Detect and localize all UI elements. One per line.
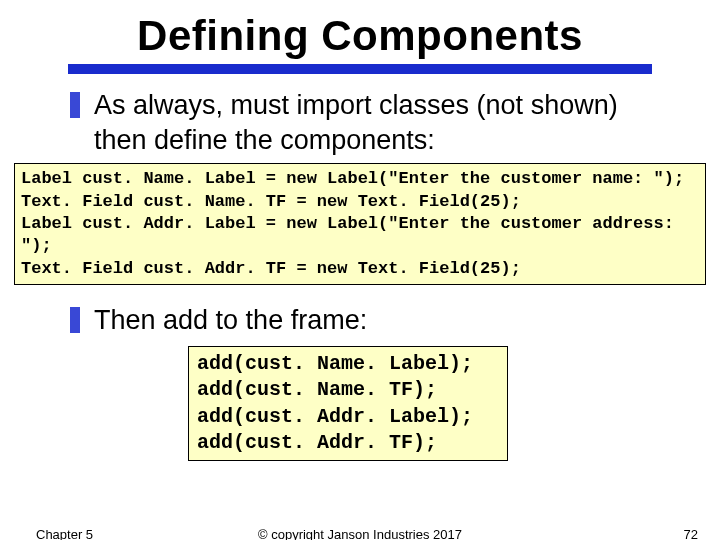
bullet-icon bbox=[70, 307, 80, 333]
bullet-icon bbox=[70, 92, 80, 118]
bullet-text: As always, must import classes (not show… bbox=[94, 88, 664, 157]
bullet-item: Then add to the frame: bbox=[70, 303, 664, 338]
code-block-adds: add(cust. Name. Label); add(cust. Name. … bbox=[188, 346, 508, 462]
title-underline bbox=[68, 64, 652, 74]
code-block-definitions: Label cust. Name. Label = new Label("Ent… bbox=[14, 163, 706, 285]
bullet-text: Then add to the frame: bbox=[94, 303, 367, 338]
slide-footer: Chapter 5 © copyright Janson Industries … bbox=[0, 527, 720, 540]
footer-copyright: © copyright Janson Industries 2017 bbox=[0, 527, 720, 540]
slide-title: Defining Components bbox=[0, 12, 720, 60]
slide: Defining Components As always, must impo… bbox=[0, 12, 720, 540]
bullet-item: As always, must import classes (not show… bbox=[70, 88, 664, 157]
